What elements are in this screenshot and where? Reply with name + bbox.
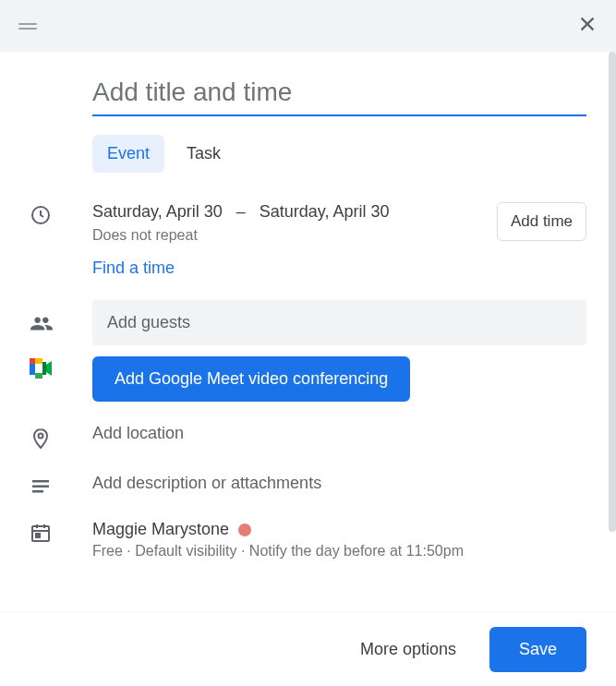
svg-rect-12 [32, 486, 49, 488]
svg-point-10 [39, 434, 43, 439]
more-options-button[interactable]: More options [345, 629, 471, 670]
calendar-color-dot [238, 524, 251, 536]
calendar-visibility[interactable]: Free · Default visibility · Notify the d… [92, 543, 586, 560]
svg-rect-18 [36, 534, 40, 537]
dialog-footer: More options Save [0, 612, 616, 686]
description-icon [30, 474, 66, 498]
calendar-row: Maggie Marystone Free · Default visibili… [30, 520, 586, 560]
repeat-option[interactable]: Does not repeat [92, 227, 497, 244]
save-button[interactable]: Save [489, 627, 586, 672]
add-google-meet-button[interactable]: Add Google Meet video conferencing [92, 356, 410, 402]
svg-rect-8 [42, 362, 46, 375]
svg-rect-7 [35, 373, 42, 379]
calendar-icon [30, 520, 66, 544]
event-type-tabs: Event Task [92, 135, 586, 173]
date-range[interactable]: Saturday, April 30 – Saturday, April 30 [92, 202, 497, 222]
owner-name: Maggie Marystone [92, 520, 229, 539]
drag-handle-icon[interactable] [18, 20, 41, 31]
svg-rect-4 [30, 358, 35, 364]
people-icon [30, 310, 66, 336]
start-date: Saturday, April 30 [92, 202, 223, 221]
add-time-button[interactable]: Add time [497, 202, 586, 241]
svg-rect-6 [35, 364, 42, 373]
description-row: Add description or attachments [30, 474, 586, 498]
svg-marker-9 [46, 361, 52, 376]
location-field[interactable]: Add location [92, 424, 586, 443]
google-meet-icon [30, 356, 66, 379]
tab-task[interactable]: Task [172, 135, 236, 173]
end-date: Saturday, April 30 [260, 202, 390, 221]
datetime-row: Saturday, April 30 – Saturday, April 30 … [30, 202, 586, 278]
find-time-link[interactable]: Find a time [92, 259, 586, 278]
dialog-content: Event Task Saturday, April 30 – Saturday… [0, 52, 616, 612]
close-icon[interactable] [577, 14, 598, 38]
title-input[interactable] [92, 70, 586, 116]
svg-rect-3 [30, 362, 35, 375]
dialog-header [0, 0, 616, 52]
meet-row: Add Google Meet video conferencing [30, 356, 586, 402]
location-icon [30, 424, 66, 451]
tab-event[interactable]: Event [92, 135, 164, 173]
clock-icon [30, 202, 66, 226]
description-field[interactable]: Add description or attachments [92, 474, 586, 493]
calendar-owner[interactable]: Maggie Marystone [92, 520, 586, 539]
svg-rect-11 [32, 480, 49, 483]
guests-input[interactable] [92, 300, 586, 345]
svg-rect-13 [32, 490, 43, 493]
svg-rect-5 [35, 358, 42, 364]
location-row: Add location [30, 424, 586, 451]
date-separator: – [236, 202, 246, 221]
guests-row [30, 300, 586, 345]
